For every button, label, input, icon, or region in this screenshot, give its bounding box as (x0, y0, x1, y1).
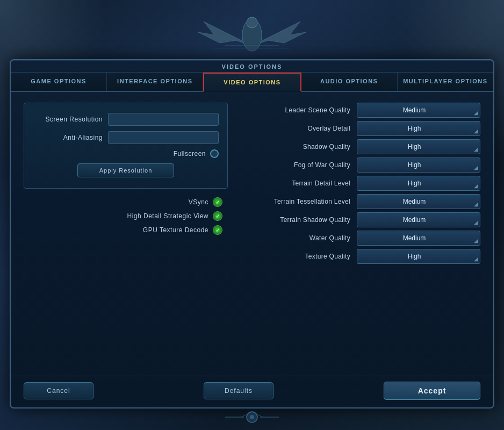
left-panel: Screen Resolution Anti-Aliasing Fullscre… (24, 103, 228, 367)
quality-select-wrapper-2: LowMediumHigh (357, 139, 480, 154)
quality-select-wrapper-7: LowMediumHigh (357, 231, 480, 246)
tab-interface[interactable]: INTERFACE OPTIONS (107, 73, 203, 91)
quality-label-4: Terrain Detail Level (244, 180, 350, 187)
quality-label-6: Terrain Shadow Quality (244, 216, 350, 224)
top-emblem (182, 0, 322, 64)
quality-select-6[interactable]: LowMediumHigh (357, 212, 480, 227)
quality-row-4: Terrain Detail LevelLowMediumHigh (244, 176, 480, 191)
tab-multiplayer[interactable]: MULTIPLAYER OPTIONS (398, 73, 493, 91)
svg-point-7 (250, 415, 254, 419)
high-detail-toggle[interactable] (213, 211, 222, 221)
dialog-content: Screen Resolution Anti-Aliasing Fullscre… (11, 92, 493, 376)
quality-row-2: Shadow QualityLowMediumHigh (244, 139, 480, 154)
quality-select-wrapper-5: LowMediumHigh (357, 194, 480, 209)
resolution-row: Screen Resolution (33, 113, 219, 126)
quality-row-5: Terrain Tessellation LevelLowMediumHigh (244, 194, 480, 209)
cancel-button[interactable]: Cancel (24, 382, 93, 399)
quality-select-wrapper-0: LowMediumHigh (357, 103, 480, 118)
tab-game[interactable]: GAME OPTIONS (11, 73, 107, 91)
vsync-toggle[interactable] (213, 197, 222, 207)
tab-video[interactable]: VIDEO OPTIONS (203, 73, 301, 92)
gpu-texture-toggle[interactable] (213, 225, 222, 235)
quality-row-7: Water QualityLowMediumHigh (244, 231, 480, 246)
tab-audio[interactable]: AUDIO OPTIONS (301, 73, 398, 91)
quality-select-4[interactable]: LowMediumHigh (357, 176, 480, 191)
quality-label-7: Water Quality (244, 234, 350, 242)
vsync-row: VSync (189, 197, 222, 207)
svg-point-1 (247, 17, 257, 28)
dialog-footer: Cancel Defaults Accept (11, 376, 493, 407)
tab-bar: GAME OPTIONS INTERFACE OPTIONS VIDEO OPT… (11, 73, 493, 92)
quality-row-6: Terrain Shadow QualityLowMediumHigh (244, 212, 480, 227)
quality-select-wrapper-8: LowMediumHigh (357, 249, 480, 264)
apply-resolution-button[interactable]: Apply Resolution (77, 163, 175, 177)
anti-aliasing-row: Anti-Aliasing (33, 131, 219, 144)
quality-select-1[interactable]: LowMediumHigh (357, 121, 480, 136)
quality-select-0[interactable]: LowMediumHigh (357, 103, 480, 118)
resolution-box: Screen Resolution Anti-Aliasing Fullscre… (24, 103, 228, 189)
quality-select-7[interactable]: LowMediumHigh (357, 231, 480, 246)
quality-row-8: Texture QualityLowMediumHigh (244, 249, 480, 264)
vsync-label: VSync (189, 198, 208, 206)
dialog-title: VIDEO OPTIONS (11, 60, 493, 73)
bottom-emblem (225, 406, 279, 430)
resolution-label: Screen Resolution (33, 116, 103, 123)
quality-row-0: Leader Scene QualityLowMediumHigh (244, 103, 480, 118)
quality-select-wrapper-6: LowMediumHigh (357, 212, 480, 227)
high-detail-row: High Detail Strategic View (127, 211, 222, 221)
quality-select-2[interactable]: LowMediumHigh (357, 139, 480, 154)
quality-label-0: Leader Scene Quality (244, 106, 350, 114)
quality-row-1: Overlay DetailLowMediumHigh (244, 121, 480, 136)
quality-label-5: Terrain Tessellation Level (244, 198, 350, 205)
anti-aliasing-input[interactable] (108, 131, 219, 144)
anti-aliasing-label: Anti-Aliasing (33, 134, 103, 141)
right-panel: Leader Scene QualityLowMediumHighOverlay… (244, 103, 480, 367)
fullscreen-row: Fullscreen (33, 149, 219, 158)
checkboxes-section: VSync High Detail Strategic View GPU Tex… (24, 197, 228, 235)
accept-button[interactable]: Accept (384, 382, 480, 400)
gpu-texture-label: GPU Texture Decode (143, 226, 208, 234)
defaults-button[interactable]: Defaults (204, 382, 273, 399)
fullscreen-label: Fullscreen (174, 150, 206, 157)
quality-label-8: Texture Quality (244, 253, 350, 260)
high-detail-label: High Detail Strategic View (127, 212, 208, 220)
quality-row-3: Fog of War QualityLowMediumHigh (244, 157, 480, 173)
quality-select-5[interactable]: LowMediumHigh (357, 194, 480, 209)
quality-label-2: Shadow Quality (244, 143, 350, 150)
quality-label-3: Fog of War Quality (244, 161, 350, 169)
quality-select-8[interactable]: LowMediumHigh (357, 249, 480, 264)
quality-select-wrapper-1: LowMediumHigh (357, 121, 480, 136)
quality-label-1: Overlay Detail (244, 125, 350, 132)
resolution-input[interactable] (108, 113, 219, 126)
quality-select-wrapper-4: LowMediumHigh (357, 176, 480, 191)
quality-select-wrapper-3: LowMediumHigh (357, 157, 480, 173)
gpu-texture-row: GPU Texture Decode (143, 225, 222, 235)
quality-select-3[interactable]: LowMediumHigh (357, 157, 480, 173)
main-dialog: VIDEO OPTIONS GAME OPTIONS INTERFACE OPT… (10, 59, 494, 408)
apply-btn-row: Apply Resolution (33, 163, 219, 177)
fullscreen-toggle[interactable] (210, 149, 219, 158)
